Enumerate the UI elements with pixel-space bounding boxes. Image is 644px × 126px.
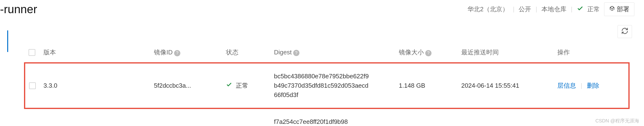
help-icon[interactable]: ? [425, 50, 432, 56]
refresh-button[interactable] [618, 25, 632, 38]
cell-image-id: 5f2dccbc3a... [150, 63, 222, 109]
row-checkbox[interactable] [29, 82, 36, 89]
image-table: 版本 镜像ID? 状态 Digest? 镜像大小? 最近推送时间 操作 [24, 42, 630, 126]
cell-digest: f7a254cc7ee8ff20f1df9b98 [270, 109, 395, 126]
help-icon[interactable]: ? [174, 50, 180, 56]
col-size: 镜像大小? [395, 42, 458, 63]
cell-digest: bc5bc4386880e78e7952bbe622f9b49c7370d35d… [270, 63, 395, 109]
cell-actions: 层信息 | 删除 [554, 63, 629, 109]
header-meta: 华北2（北京） | 公开 | 本地仓库 | 正常 部署 [468, 2, 634, 16]
deploy-button[interactable]: 部署 [604, 2, 634, 16]
check-icon [577, 5, 584, 13]
watermark: CSDN @程序无涯海 [595, 118, 639, 124]
cell-status: 正常 [222, 63, 270, 109]
status-badge: 正常 [577, 5, 600, 13]
col-actions: 操作 [554, 42, 629, 63]
select-all-checkbox[interactable] [28, 49, 35, 56]
divider: | [513, 5, 514, 13]
page-title: -runner [0, 3, 37, 16]
col-version: 版本 [40, 42, 150, 63]
col-status: 状态 [222, 42, 270, 63]
cell-push-time: 2024-06-14 15:55:41 [458, 63, 554, 109]
region-label: 华北2（北京） [468, 5, 508, 13]
divider: | [571, 5, 572, 13]
cell-size: 1.148 GB [395, 63, 458, 109]
divider: | [536, 5, 537, 13]
repo-type-label: 本地仓库 [542, 5, 566, 13]
nav-indicator [7, 30, 8, 52]
col-image-id: 镜像ID? [150, 42, 222, 63]
layer-info-link[interactable]: 层信息 [557, 82, 576, 89]
check-icon [226, 82, 234, 89]
cube-icon [609, 5, 615, 13]
table-row: f7a254cc7ee8ff20f1df9b98 [25, 109, 629, 126]
refresh-icon [621, 27, 628, 36]
cell-version: 3.3.0 [40, 63, 150, 109]
delete-link[interactable]: 删除 [587, 82, 599, 89]
divider: | [580, 82, 582, 89]
visibility-label: 公开 [519, 5, 531, 13]
help-icon[interactable]: ? [293, 50, 300, 56]
col-digest: Digest? [270, 42, 395, 63]
table-row: 3.3.0 5f2dccbc3a... 正常 bc5bc4386880e78e7… [25, 63, 629, 109]
col-push-time: 最近推送时间 [458, 42, 554, 63]
